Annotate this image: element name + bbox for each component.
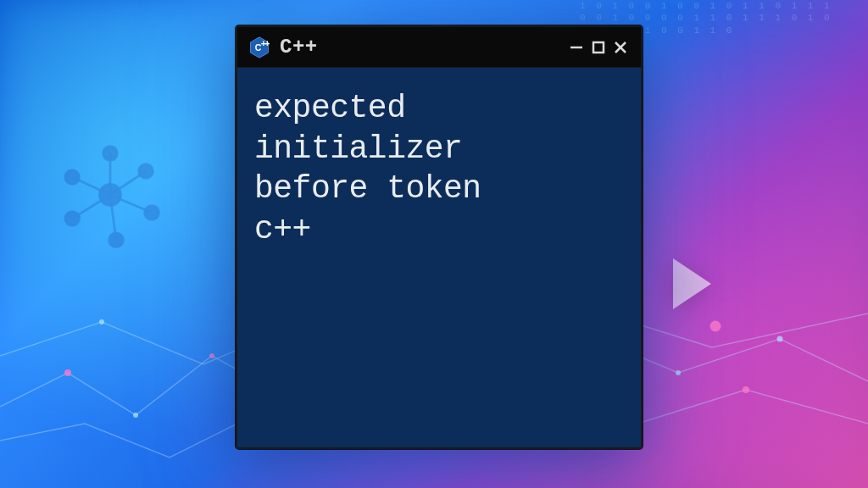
content-line-3: before token [254,169,624,209]
svg-point-17 [99,184,120,205]
content-line-2: initializer [254,129,624,169]
play-icon [673,258,711,309]
cpp-hexagon-icon: C + + [248,36,271,59]
window-controls [566,37,631,58]
svg-text:+: + [264,38,270,48]
content-line-1: expected [254,88,624,129]
svg-point-23 [65,170,80,185]
minimize-button[interactable] [566,37,587,58]
terminal-window: C + + C++ expected initializer before to… [236,25,643,449]
titlebar: C + + C++ [237,27,641,68]
node-graph-decoration [51,136,170,254]
svg-rect-29 [593,42,604,53]
svg-point-18 [103,147,118,161]
close-button[interactable] [610,37,631,58]
svg-point-21 [109,233,124,247]
svg-point-20 [145,206,159,220]
svg-point-19 [139,164,153,179]
window-title: C++ [280,36,566,58]
svg-point-22 [65,212,80,226]
terminal-content: expected initializer before token c++ [237,68,641,447]
maximize-button[interactable] [588,37,609,58]
content-line-4: c++ [254,209,624,250]
